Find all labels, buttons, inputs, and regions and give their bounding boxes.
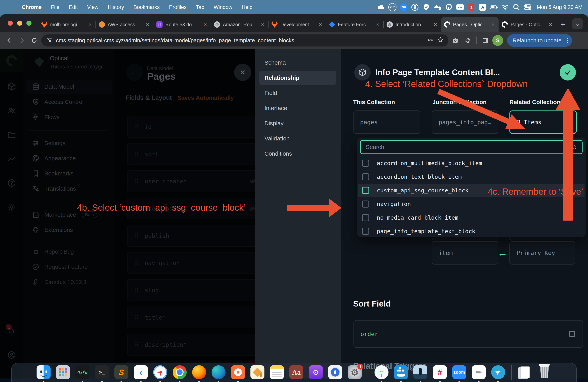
junction-collection-input[interactable]: pages_info_pag…	[432, 110, 498, 134]
search-box[interactable]	[360, 140, 583, 154]
tab-search-chevron[interactable]: ⌄	[572, 18, 583, 29]
sort-field-input[interactable]: order	[354, 320, 583, 348]
tab-close-icon[interactable]: ×	[548, 21, 553, 28]
checkbox-page_info_template_text_block[interactable]	[362, 228, 369, 235]
drawer-tab-validation[interactable]: Validation	[259, 131, 336, 146]
this-collection-input[interactable]: pages	[353, 110, 420, 134]
tab-close-icon[interactable]: ×	[260, 21, 265, 28]
zoom-window-button[interactable]	[26, 21, 32, 26]
tab-9[interactable]: Pages · Optic×	[499, 17, 556, 32]
activity-monitor-dock-icon[interactable]: ∿∿	[75, 365, 89, 379]
profile-avatar[interactable]: S	[492, 35, 503, 46]
1password-dock-icon[interactable]	[328, 365, 342, 379]
menu-file[interactable]: File	[46, 4, 64, 10]
dropdown-option-no_media_card_block_item[interactable]: no_media_card_block_item	[358, 211, 585, 224]
drawer-tab-interface[interactable]: Interface	[259, 101, 336, 115]
documents-dock-icon[interactable]	[518, 365, 532, 379]
relaunch-to-update-button[interactable]: Relaunch to update	[507, 34, 572, 47]
password-key-icon[interactable]	[427, 37, 434, 44]
trash-dock-icon[interactable]	[537, 365, 551, 379]
sublime-text-dock-icon[interactable]: S	[114, 365, 128, 379]
drawer-tab-field[interactable]: Field	[259, 86, 336, 100]
edge-dock-icon[interactable]	[211, 365, 226, 379]
checkbox-accordion_multimedia_block_item[interactable]	[362, 160, 369, 167]
checkbox-custom_api_ssg_course_block[interactable]	[362, 187, 369, 194]
menu-window[interactable]: Window	[209, 4, 237, 10]
firefox-dock-icon[interactable]	[192, 365, 206, 379]
reload-button[interactable]	[29, 35, 40, 46]
drawer-tab-schema[interactable]: Schema	[259, 56, 336, 70]
dictionary-dock-icon[interactable]: Aa	[289, 365, 303, 379]
launchpad-dock-icon[interactable]	[56, 365, 70, 379]
podcasts-dock-icon[interactable]: ⊙	[309, 365, 323, 379]
menu-edit[interactable]: Edit	[64, 4, 83, 10]
search-input[interactable]	[365, 144, 571, 150]
close-window-button[interactable]	[8, 21, 13, 26]
wifi-icon[interactable]	[501, 3, 509, 11]
slack-dock-icon[interactable]: #	[433, 365, 447, 379]
notes-dock-icon[interactable]	[270, 365, 284, 379]
preview-dock-icon[interactable]	[413, 365, 427, 379]
forward-button[interactable]	[16, 35, 27, 46]
tab-close-icon[interactable]: ×	[375, 21, 380, 28]
url-text[interactable]: cms.staging.optical-cms.xyz/admin/settin…	[56, 37, 423, 43]
calendar-badge-icon[interactable]: 202	[388, 3, 397, 11]
tab-close-icon[interactable]: ×	[490, 21, 495, 28]
terminal-dock-icon[interactable]: >_	[95, 365, 109, 379]
tab-close-icon[interactable]: ×	[203, 21, 208, 28]
dropdown-option-accordion_multimedia_block_item[interactable]: accordion_multimedia_block_item	[358, 156, 585, 170]
tab-close-icon[interactable]: ×	[433, 21, 438, 28]
menu-view[interactable]: View	[83, 4, 103, 10]
url-bar[interactable]: cms.staging.optical-cms.xyz/admin/settin…	[41, 34, 448, 46]
junction-field-item-input[interactable]: item	[432, 241, 498, 265]
control-center-icon[interactable]	[524, 3, 532, 11]
back-button[interactable]	[4, 35, 15, 46]
battery-icon[interactable]	[490, 3, 498, 11]
checkbox-accordion_text_block_item[interactable]	[362, 173, 369, 180]
postman-dock-icon[interactable]	[231, 365, 245, 379]
textedit-dock-icon[interactable]: ✎	[472, 365, 486, 379]
menu-profiles[interactable]: Profiles	[164, 4, 191, 10]
postico-dock-icon[interactable]	[251, 365, 264, 379]
zoom-dock-icon[interactable]: zoom	[452, 365, 466, 379]
finder-dock-icon[interactable]	[37, 365, 51, 379]
tab-1[interactable]: molb-prelogi×	[38, 17, 96, 32]
tab-7[interactable]: ◍Introduction×	[383, 17, 441, 32]
tab-3[interactable]: 53Route 53 do×	[153, 17, 211, 32]
tab-close-icon[interactable]: ×	[87, 21, 93, 28]
menu-help[interactable]: Help	[237, 4, 257, 10]
cloudflare-icon[interactable]	[377, 3, 385, 11]
onepassword-menu-icon[interactable]: 1	[467, 3, 476, 11]
tab-8-active[interactable]: Pages · Optic×	[441, 17, 499, 32]
menu-tab[interactable]: Tab	[191, 4, 209, 10]
security-shield-icon[interactable]	[422, 3, 431, 11]
tab-2[interactable]: AWS access×	[96, 17, 153, 32]
menu-chrome[interactable]: Chrome	[17, 4, 46, 10]
dropdown-option-page_info_template_text_block[interactable]: page_info_template_text_block	[358, 224, 585, 237]
dropdown-option-navigation[interactable]: navigation	[358, 197, 585, 211]
drawer-tab-conditions[interactable]: Conditions	[259, 147, 336, 161]
related-primary-key-input[interactable]: Primary Key	[509, 241, 575, 265]
vscode-dock-icon[interactable]: ‹	[134, 365, 148, 379]
window-manager-icon[interactable]	[456, 3, 464, 11]
openvpn-menu-icon[interactable]	[444, 3, 453, 11]
dropdown-option-accordion_text_block_item[interactable]: accordion_text_block_item	[358, 170, 585, 184]
save-button[interactable]	[560, 64, 576, 81]
drawer-tab-relationship[interactable]: Relationship	[259, 71, 336, 85]
zoom-menu-icon[interactable]: zm	[399, 3, 408, 11]
site-settings-icon[interactable]	[46, 37, 53, 44]
tab-4[interactable]: ◍Amazon_Rou×	[211, 17, 268, 32]
extensions-puzzle-icon[interactable]	[462, 35, 473, 46]
tab-close-icon[interactable]: ×	[318, 21, 323, 28]
browser-menu-kebab-icon[interactable]	[565, 38, 570, 43]
drawer-tab-display[interactable]: Display	[259, 116, 336, 130]
bookmark-star-icon[interactable]	[437, 37, 444, 44]
spotlight-icon[interactable]	[512, 3, 521, 11]
menu-bar-clock[interactable]: Mon 5 Aug 9:20 AM	[537, 4, 583, 10]
docker-menu-icon[interactable]	[433, 3, 442, 11]
screen-lock-icon[interactable]	[411, 3, 419, 11]
new-tab-button[interactable]: +	[556, 17, 570, 32]
menu-bookmarks[interactable]: Bookmarks	[129, 4, 164, 10]
docker-dock-icon[interactable]	[394, 365, 408, 379]
menu-history[interactable]: History	[103, 4, 129, 10]
